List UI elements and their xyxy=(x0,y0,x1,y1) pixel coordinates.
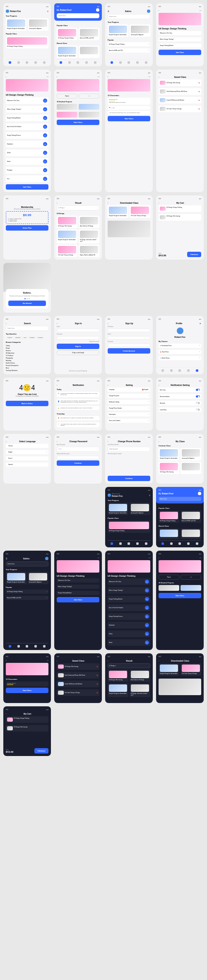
search-icon[interactable]: ⚲ xyxy=(47,10,48,12)
get-started-button[interactable]: Get Started xyxy=(8,301,46,306)
nav-search-icon[interactable] xyxy=(17,61,20,64)
avatar[interactable] xyxy=(96,8,99,12)
back-icon[interactable]: ‹ xyxy=(6,441,6,443)
cart-item[interactable]: UX Design: Design Thinking xyxy=(159,205,201,212)
back-icon[interactable]: ‹ xyxy=(159,384,159,386)
toggle-newclass[interactable] xyxy=(196,389,200,391)
join-class-button[interactable]: Join Class xyxy=(159,50,201,55)
course-projects-dark: 9:41●●● ‹⋯ Report★ 10 Student Projects S… xyxy=(156,551,204,650)
setting-language[interactable]: Language🔴 English › xyxy=(108,388,150,392)
setting-subscription[interactable]: Subscription› xyxy=(108,412,150,417)
forgot-password-link[interactable]: Forgot Password? xyxy=(57,341,99,342)
menu-history[interactable]: 🕐 Watch History› xyxy=(159,356,201,360)
setting-phone[interactable]: Change Phone Number› xyxy=(108,406,150,410)
video-preview[interactable] xyxy=(108,221,150,237)
toggle-recommendation[interactable] xyxy=(196,395,200,397)
back-icon[interactable]: ‹ xyxy=(159,441,159,443)
saved-item[interactable]: UX Design: Wire framing🔖 xyxy=(159,79,201,86)
avatar[interactable] xyxy=(147,10,150,13)
bookmark-icon[interactable]: 🔖 xyxy=(198,82,200,84)
setting-notification[interactable]: Notification Setting› xyxy=(108,400,150,404)
status-bar: 9:41●●● xyxy=(6,6,48,7)
setting-password[interactable]: Change Password› xyxy=(108,394,150,398)
popular-card[interactable]: UX Design: Design Thinking xyxy=(6,36,48,48)
progress-card[interactable]: Javascript for Beginner xyxy=(28,18,48,31)
search-input[interactable]: Search class xyxy=(108,14,150,19)
course-topics-full: 9:41●●● ‹⋯ UX Design: Design Thinking We… xyxy=(3,70,51,192)
back-icon[interactable]: ‹ xyxy=(6,323,6,325)
signup-link[interactable]: Don't have an account? Sign Up xyxy=(57,370,99,372)
back-icon[interactable]: ‹ xyxy=(108,202,108,204)
popular-item[interactable]: UX Design: Design Thinking› xyxy=(108,42,150,46)
search-input[interactable]: UI Design ✕ xyxy=(57,205,99,210)
nav-cart-icon[interactable] xyxy=(34,61,37,64)
gear-icon[interactable]: ⚙ xyxy=(200,323,201,325)
back-icon[interactable]: ‹ xyxy=(6,76,6,78)
google-signin-button[interactable]: G Sign in with Google xyxy=(57,350,99,355)
continue-button[interactable]: Continue xyxy=(108,476,150,481)
nav-home-icon[interactable] xyxy=(9,61,11,64)
password-field[interactable] xyxy=(57,336,99,340)
back-icon[interactable]: ‹ xyxy=(57,76,57,78)
back-home-button[interactable]: Back to Home xyxy=(6,401,48,406)
back-icon[interactable]: ‹ xyxy=(108,323,108,325)
notification-item[interactable]: 💳We received your payment for "UX Design… xyxy=(57,392,99,397)
back-icon[interactable]: ‹ xyxy=(57,323,57,325)
back-icon[interactable]: ‹ xyxy=(57,384,57,386)
create-account-button[interactable]: Create Account xyxy=(108,348,150,354)
avatar[interactable] xyxy=(6,10,9,13)
back-icon[interactable]: ‹ xyxy=(57,202,57,204)
password-field[interactable] xyxy=(108,344,150,347)
class-card[interactable]: Basic for HTML and CSS xyxy=(79,28,99,40)
classmate-comment: Savannah Nguyen⭐⭐⭐⭐⭐Great course content… xyxy=(108,98,150,105)
menu-icon[interactable]: ☰ xyxy=(108,10,109,12)
cart-item[interactable]: UX Design: Wire framing xyxy=(159,214,201,221)
back-icon[interactable]: ‹ xyxy=(108,76,108,78)
class-card[interactable] xyxy=(79,46,99,58)
search-icon[interactable]: ⚲ xyxy=(149,494,150,496)
report-button[interactable]: Report xyxy=(57,94,77,99)
search-categories: 9:41●●● ‹Search Search class Top Searche… xyxy=(3,316,51,374)
class-card[interactable]: UX Design: Design Thinking xyxy=(57,28,77,40)
new-password-field[interactable]: •••••••• xyxy=(57,447,99,452)
popular-item[interactable]: Basic for HTML and CSS› xyxy=(108,48,150,53)
signin-button[interactable]: Sign In xyxy=(57,344,99,349)
progress-card[interactable]: Graphic Design for Intermediate xyxy=(6,18,26,31)
nav-saved-icon[interactable] xyxy=(26,61,28,64)
checkout-button[interactable]: Checkout xyxy=(187,252,201,257)
play-icon[interactable]: ▸ xyxy=(43,99,47,103)
join-class-button[interactable]: Join Class xyxy=(6,184,48,190)
course-projects: 9:41●●● ‹⋯ Report★ 10 Student Projects S… xyxy=(54,70,102,192)
class-card[interactable]: Graphic Design for Intermediate xyxy=(57,46,77,58)
back-icon[interactable]: ‹ xyxy=(159,10,159,12)
category-list: CodingDesignBusiness3D & AnimationIT & S… xyxy=(6,344,48,372)
menu-saved[interactable]: 🔖 Saved Class› xyxy=(159,350,201,354)
menu-downloaded[interactable]: ⬇ Downloaded Class› xyxy=(159,344,201,348)
repeat-password-field[interactable] xyxy=(57,456,99,459)
phone-field[interactable]: (702) 555-0122 xyxy=(108,447,150,452)
start-class-button[interactable]: Start Class xyxy=(57,120,99,125)
lang-option[interactable]: Spanish xyxy=(6,462,48,467)
continue-button[interactable]: Continue xyxy=(57,460,99,466)
back-icon[interactable]: ‹ xyxy=(159,76,159,78)
back-icon[interactable]: ‹ xyxy=(159,202,159,204)
email-field[interactable] xyxy=(57,329,99,332)
lang-option[interactable]: Chinese xyxy=(6,444,48,448)
back-icon[interactable]: ‹ xyxy=(108,441,108,443)
setting-terms[interactable]: Terms and Condition› xyxy=(108,419,150,423)
more-icon[interactable]: ⋯ xyxy=(47,76,48,78)
search-input[interactable]: Search class xyxy=(6,326,48,331)
toggle-news[interactable] xyxy=(196,409,200,411)
lang-option[interactable]: French xyxy=(6,456,48,460)
back-icon[interactable]: ‹ xyxy=(108,384,108,386)
select-plan-button[interactable]: Select Plan xyxy=(6,225,48,231)
profile-avatar[interactable] xyxy=(177,327,183,334)
more-icon[interactable]: ⋯ xyxy=(200,10,201,12)
email-field[interactable] xyxy=(108,336,150,340)
lang-option[interactable]: English✓ xyxy=(6,450,48,454)
toggle-reminder[interactable] xyxy=(196,402,200,404)
search-input[interactable]: Search class xyxy=(57,13,99,18)
back-icon[interactable]: ‹ xyxy=(57,441,57,443)
fullname-field[interactable] xyxy=(108,329,150,332)
nav-profile-icon[interactable] xyxy=(43,61,46,64)
